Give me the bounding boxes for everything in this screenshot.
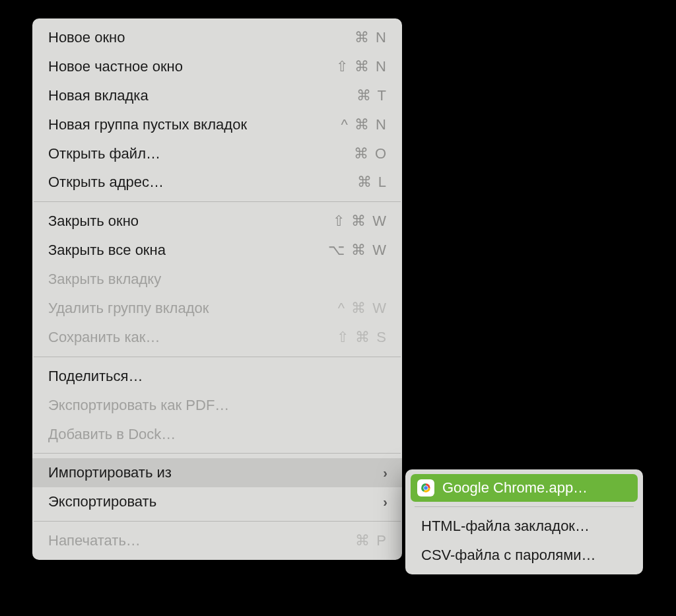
menu-item-label: Закрыть окно bbox=[48, 211, 139, 232]
shortcut: ^ ⌘ W bbox=[338, 298, 388, 319]
menu-separator bbox=[34, 201, 401, 202]
menu-item-label: Открыть адрес… bbox=[48, 172, 164, 193]
shortcut: ⇧ ⌘ S bbox=[337, 327, 388, 348]
menu-item-label: Добавить в Dock… bbox=[48, 424, 176, 445]
menu-item-label: Открыть файл… bbox=[48, 143, 160, 164]
menu-item-export-pdf: Экспортировать как PDF… bbox=[32, 391, 402, 420]
shortcut: ⌘ P bbox=[355, 530, 388, 551]
import-from-submenu: Google Chrome.app… HTML-файла закладок… … bbox=[405, 469, 643, 574]
submenu-item-csv-passwords[interactable]: CSV-файла с паролями… bbox=[405, 541, 643, 570]
chrome-icon bbox=[417, 479, 434, 496]
menu-item-new-private-window[interactable]: Новое частное окно ⇧ ⌘ N bbox=[32, 52, 402, 81]
menu-item-export[interactable]: Экспортировать › bbox=[32, 487, 402, 516]
menu-item-close-tab: Закрыть вкладку bbox=[32, 265, 402, 294]
shortcut: ⇧ ⌘ N bbox=[336, 56, 388, 77]
shortcut: ⌘ O bbox=[354, 143, 388, 164]
menu-item-label: Закрыть вкладку bbox=[48, 269, 161, 290]
menu-item-delete-tab-group: Удалить группу вкладок ^ ⌘ W bbox=[32, 294, 402, 323]
menu-separator bbox=[34, 521, 401, 522]
menu-item-label: Новая вкладка bbox=[48, 85, 149, 106]
menu-item-label: Закрыть все окна bbox=[48, 240, 166, 261]
menu-separator bbox=[415, 506, 634, 507]
shortcut: ⌘ L bbox=[357, 172, 388, 193]
submenu-item-label: CSV-файла с паролями… bbox=[421, 545, 596, 566]
shortcut: ^ ⌘ N bbox=[341, 114, 388, 135]
menu-item-open-location[interactable]: Открыть адрес… ⌘ L bbox=[32, 168, 402, 197]
chevron-right-icon: › bbox=[383, 463, 388, 483]
submenu-item-label: HTML-файла закладок… bbox=[421, 516, 590, 537]
menu-item-import-from[interactable]: Импортировать из › bbox=[32, 458, 402, 487]
shortcut: ⌥ ⌘ W bbox=[328, 240, 388, 261]
submenu-item-label: Google Chrome.app… bbox=[442, 477, 588, 498]
menu-item-label: Поделиться… bbox=[48, 366, 143, 387]
menu-item-label: Новое частное окно bbox=[48, 56, 183, 77]
submenu-item-html-bookmarks[interactable]: HTML-файла закладок… bbox=[405, 512, 643, 541]
file-menu: Новое окно ⌘ N Новое частное окно ⇧ ⌘ N … bbox=[32, 18, 402, 560]
menu-item-label: Новое окно bbox=[48, 27, 125, 48]
menu-item-label: Напечатать… bbox=[48, 530, 141, 551]
chevron-right-icon: › bbox=[383, 493, 388, 512]
menu-item-close-all-windows[interactable]: Закрыть все окна ⌥ ⌘ W bbox=[32, 236, 402, 265]
shortcut: ⌘ N bbox=[355, 27, 388, 48]
menu-item-label: Экспортировать bbox=[48, 491, 156, 512]
menu-item-close-window[interactable]: Закрыть окно ⇧ ⌘ W bbox=[32, 207, 402, 236]
submenu-item-google-chrome[interactable]: Google Chrome.app… bbox=[411, 474, 638, 502]
menu-separator bbox=[34, 453, 401, 454]
menu-item-share[interactable]: Поделиться… bbox=[32, 362, 402, 391]
menu-item-label: Импортировать из bbox=[48, 462, 172, 483]
menu-separator bbox=[34, 357, 401, 357]
shortcut: ⇧ ⌘ W bbox=[333, 211, 388, 232]
menu-item-label: Удалить группу вкладок bbox=[48, 298, 209, 319]
menu-item-new-window[interactable]: Новое окно ⌘ N bbox=[32, 23, 402, 52]
menu-item-print: Напечатать… ⌘ P bbox=[32, 526, 402, 555]
menu-item-save-as: Сохранить как… ⇧ ⌘ S bbox=[32, 323, 402, 352]
menu-item-new-tab[interactable]: Новая вкладка ⌘ T bbox=[32, 81, 402, 110]
menu-item-new-empty-tab-group[interactable]: Новая группа пустых вкладок ^ ⌘ N bbox=[32, 110, 402, 139]
menu-item-open-file[interactable]: Открыть файл… ⌘ O bbox=[32, 139, 402, 168]
shortcut: ⌘ T bbox=[356, 85, 388, 106]
menu-item-label: Сохранить как… bbox=[48, 327, 160, 348]
menu-item-label: Экспортировать как PDF… bbox=[48, 395, 229, 416]
menu-item-add-to-dock: Добавить в Dock… bbox=[32, 420, 402, 449]
menu-item-label: Новая группа пустых вкладок bbox=[48, 114, 247, 135]
